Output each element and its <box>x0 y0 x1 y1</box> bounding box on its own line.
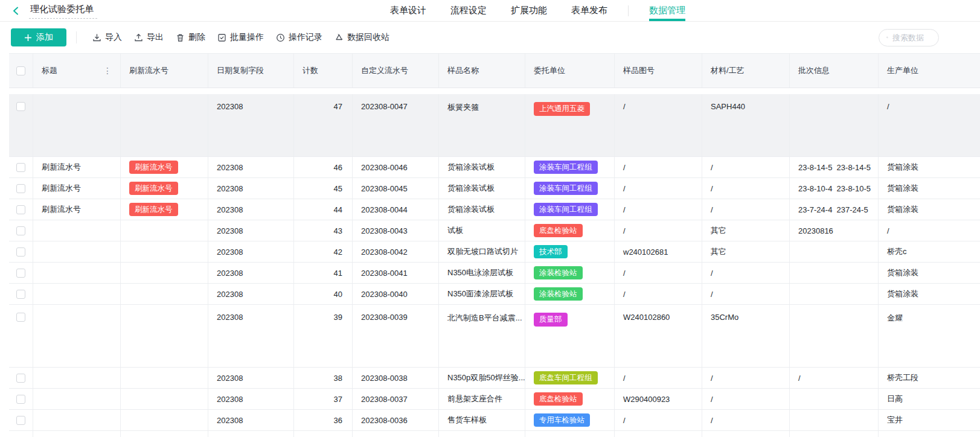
tab-data-management[interactable]: 数据管理 <box>637 0 697 21</box>
more-options-icon[interactable]: ⋮ <box>103 66 112 75</box>
row-checkbox[interactable] <box>16 205 25 214</box>
cell-serial: 202308-0047 <box>353 94 439 156</box>
cell-serial: 202308-0036 <box>353 410 439 430</box>
table-row[interactable]: 20230841202308-0041N350电泳涂层试板涂装检验站//货箱涂装 <box>9 263 980 284</box>
table-row[interactable]: 20230837202308-0037前悬架支座合件底盘检验站W29040092… <box>9 389 980 410</box>
table-row[interactable]: 刷新流水号刷新流水号20230845202308-0045货箱涂装试板涂装车间工… <box>9 178 980 199</box>
table-row[interactable]: 20230843202308-0043试板底盘检验站/其它20230816/ <box>9 220 980 241</box>
row-checkbox[interactable] <box>16 184 25 193</box>
table-row[interactable]: 20230840202308-0040N350面漆涂层试板涂装检验站//货箱涂装 <box>9 284 980 305</box>
cell-batch <box>790 410 879 430</box>
cell-title <box>33 284 121 304</box>
tab-flow-settings[interactable]: 流程设定 <box>438 0 499 21</box>
cell-refresh-badge <box>121 263 208 283</box>
unit-badge: 涂装检验站 <box>534 287 583 301</box>
import-button[interactable]: 导入 <box>86 28 128 46</box>
cell-count: 39 <box>294 305 353 367</box>
cell-unit: 底盘检验站 <box>525 220 615 241</box>
cell-material: / <box>702 178 790 199</box>
batch-operation-button[interactable]: 批量操作 <box>211 28 270 46</box>
unit-badge: 技术部 <box>534 245 568 259</box>
cell-unit: 质量部 <box>525 305 615 367</box>
cell-unit: 涂装检验站 <box>525 284 615 304</box>
table-row[interactable] <box>9 431 980 437</box>
cell-title <box>33 220 121 241</box>
add-button[interactable]: 添加 <box>11 28 66 46</box>
cell-drawing: / <box>615 94 702 156</box>
cell-batch <box>790 284 879 304</box>
row-checkbox[interactable] <box>16 163 25 172</box>
unit-badge: 涂装车间工程组 <box>534 161 598 174</box>
header-spacer <box>9 88 980 94</box>
plus-icon <box>24 34 32 42</box>
table-row[interactable]: 20230836202308-0036售货车样板专用车检验站//宝井 <box>9 410 980 431</box>
tab-form-design[interactable]: 表单设计 <box>378 0 438 21</box>
cell-drawing: W240102860 <box>615 305 702 367</box>
data-table: 标题 ⋮ 刷新流水号 日期复制字段 计数 自定义流水号 样品名称 委托单位 样品… <box>9 53 980 437</box>
export-button[interactable]: 导出 <box>128 28 170 46</box>
cell-sample: 双胎无坡口路试切片 <box>439 241 525 262</box>
unit-badge: 上汽通用五菱 <box>534 102 590 116</box>
row-checkbox[interactable] <box>16 395 25 404</box>
table-row[interactable]: 20230839202308-0039北汽制造B平台减震...质量部W24010… <box>9 305 980 368</box>
row-checkbox[interactable] <box>16 416 25 425</box>
row-checkbox[interactable] <box>16 269 25 278</box>
cell-title <box>33 94 121 156</box>
cell-refresh-badge <box>121 284 208 304</box>
cell-material: / <box>702 263 790 283</box>
select-all-checkbox[interactable] <box>16 66 25 75</box>
row-checkbox[interactable] <box>16 374 25 383</box>
delete-button[interactable]: 删除 <box>170 28 211 46</box>
cell-serial: 202308-0044 <box>353 199 439 220</box>
table-row[interactable]: 刷新流水号刷新流水号20230846202308-0046货箱涂装试板涂装车间工… <box>9 157 980 178</box>
row-checkbox[interactable] <box>16 247 25 257</box>
back-button[interactable] <box>10 4 23 18</box>
cell-drawing: / <box>615 368 702 388</box>
operation-log-button[interactable]: 操作记录 <box>270 28 328 46</box>
tab-form-publish[interactable]: 表单发布 <box>559 0 620 21</box>
cell-refresh-badge: 刷新流水号 <box>121 178 208 199</box>
export-label: 导出 <box>147 32 164 43</box>
column-header: 样品图号 <box>615 54 702 88</box>
row-checkbox[interactable] <box>16 226 25 235</box>
cell-drawing: / <box>615 284 702 304</box>
cell-title <box>33 410 121 430</box>
cell-refresh-badge <box>121 410 208 430</box>
column-header: 刷新流水号 <box>121 54 208 88</box>
table-row[interactable]: 20230847202308-0047板簧夹箍上汽通用五菱/SAPH440/ <box>9 94 980 157</box>
cell-date <box>208 431 294 437</box>
column-header: 生产单位 <box>879 54 980 88</box>
unit-badge: 质量部 <box>534 313 568 327</box>
toolbar-divider <box>76 31 77 43</box>
search-input[interactable] <box>892 33 931 42</box>
unit-badge: 底盘检验站 <box>534 392 583 406</box>
cell-batch: 23-8-10-4 23-8-10-5 <box>790 178 879 199</box>
cell-serial: 202308-0037 <box>353 389 439 409</box>
cell-batch: / <box>790 368 879 388</box>
cell-sample: 前悬架支座合件 <box>439 389 525 409</box>
table-row[interactable]: 20230838202308-0038N350p双胎50焊丝验...底盘车间工程… <box>9 368 980 389</box>
table-row[interactable]: 20230842202308-0042双胎无坡口路试切片技术部w24010268… <box>9 241 980 263</box>
import-icon <box>92 33 101 42</box>
tab-extensions[interactable]: 扩展功能 <box>499 0 559 21</box>
recycle-bin-button[interactable]: 数据回收站 <box>328 28 396 46</box>
cell-serial: 202308-0046 <box>353 157 439 177</box>
cell-material: / <box>702 368 790 388</box>
table-row[interactable]: 刷新流水号刷新流水号20230844202308-0044货箱涂装试板涂装车间工… <box>9 199 980 220</box>
cell-drawing: / <box>615 157 702 177</box>
cell-batch: 23-7-24-4 237-24-5 <box>790 199 879 220</box>
checkbox-cell <box>9 241 33 262</box>
cell-unit: 涂装车间工程组 <box>525 157 615 177</box>
toolbar: 添加 导入 导出 删除 批量操作 <box>0 22 980 53</box>
unit-badge: 专用车检验站 <box>534 413 590 427</box>
cell-serial <box>353 431 439 437</box>
form-title[interactable]: 理化试验委托单 <box>29 2 97 19</box>
cell-title <box>33 263 121 283</box>
search-box[interactable] <box>879 29 939 46</box>
row-checkbox[interactable] <box>16 290 25 299</box>
row-checkbox[interactable] <box>16 313 25 322</box>
cell-producer: 货箱涂装 <box>879 178 980 199</box>
delete-label: 删除 <box>188 32 205 43</box>
row-checkbox[interactable] <box>16 102 25 111</box>
cell-date: 202308 <box>208 305 294 367</box>
